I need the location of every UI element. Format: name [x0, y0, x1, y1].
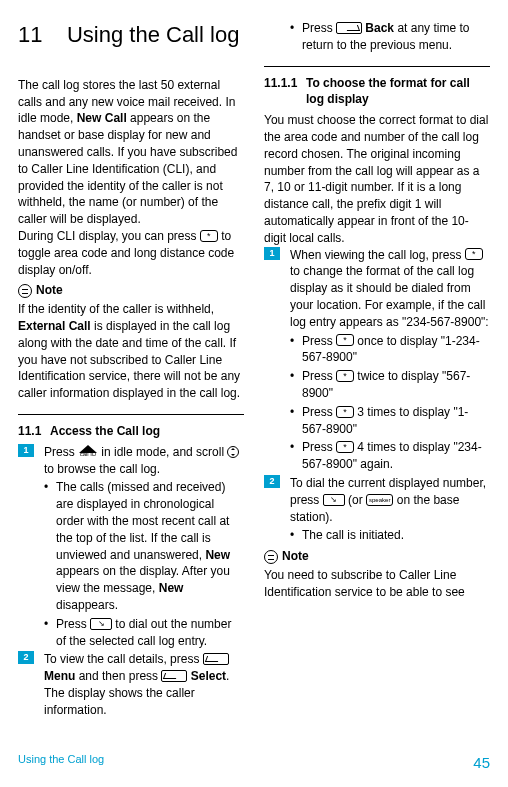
- note-icon: [18, 284, 32, 298]
- intro-paragraph-2: During CLI display, you can press * to t…: [18, 228, 244, 278]
- step-marker-1: 1: [18, 444, 34, 457]
- bullet-item: Press ↘ to dial out the number of the se…: [44, 616, 244, 650]
- bullet-item: The calls (missed and received) are disp…: [44, 479, 244, 613]
- step-2: 2 To view the call details, press Menu a…: [18, 651, 244, 718]
- note-icon: [264, 550, 278, 564]
- star-key-icon: *: [336, 370, 354, 382]
- speaker-key-icon: speaker: [366, 494, 393, 506]
- star-key-icon: *: [465, 248, 483, 260]
- bullet-item: Press * 4 times to display "234-567-8900…: [290, 439, 490, 473]
- subsection-intro: You must choose the correct format to di…: [264, 112, 490, 246]
- left-softkey-icon: [161, 670, 187, 682]
- bullet-item: Press * twice to display "567-8900": [290, 368, 490, 402]
- left-softkey-icon: [203, 653, 229, 665]
- star-key-icon: *: [336, 406, 354, 418]
- note-heading: Note: [18, 282, 244, 299]
- star-key-icon: *: [336, 334, 354, 346]
- footer-title: Using the Call log: [18, 752, 104, 773]
- nav-key-icon: [227, 446, 239, 458]
- intro-paragraph-1: The call log stores the last 50 external…: [18, 77, 244, 228]
- callid-key-icon: call ID: [78, 445, 98, 459]
- chapter-heading: 11 Using the Call log: [18, 20, 244, 51]
- note-text: If the identity of the caller is withhel…: [18, 301, 244, 402]
- right-softkey-icon: [336, 22, 362, 34]
- talk-key-icon: ↘: [90, 618, 112, 630]
- step-1b: 1 When viewing the call log, press * to …: [264, 247, 490, 331]
- bullet-item: The call is initiated.: [290, 527, 490, 544]
- section-11-1-1-heading: 11.1.1 To choose the format for call log…: [264, 75, 490, 109]
- note-label: Note: [282, 548, 309, 565]
- step-1: 1 Press call ID in idle mode, and scroll…: [18, 444, 244, 478]
- section-11-1-heading: 11.1 Access the Call log: [18, 423, 244, 440]
- step-2b: 2 To dial the current displayed number, …: [264, 475, 490, 525]
- page-number: 45: [473, 752, 490, 773]
- star-key-icon: *: [200, 230, 218, 242]
- bullet-item: Press * 3 times to display "1-567-8900": [290, 404, 490, 438]
- section-divider: [264, 66, 490, 67]
- step-marker-2: 2: [18, 651, 34, 664]
- note-text: You need to subscribe to Caller Line Ide…: [264, 567, 490, 601]
- section-divider: [18, 414, 244, 415]
- chapter-number: 11: [18, 22, 42, 47]
- talk-key-icon: ↘: [323, 494, 345, 506]
- step-marker-2: 2: [264, 475, 280, 488]
- note-label: Note: [36, 282, 63, 299]
- star-key-icon: *: [336, 441, 354, 453]
- page-footer: Using the Call log 45: [18, 752, 490, 773]
- chapter-title: Using the Call log: [67, 22, 239, 47]
- step-marker-1: 1: [264, 247, 280, 260]
- bullet-item: Press Back at any time to return to the …: [290, 20, 490, 54]
- note-heading: Note: [264, 548, 490, 565]
- bullet-item: Press * once to display "1-234-567-8900": [290, 333, 490, 367]
